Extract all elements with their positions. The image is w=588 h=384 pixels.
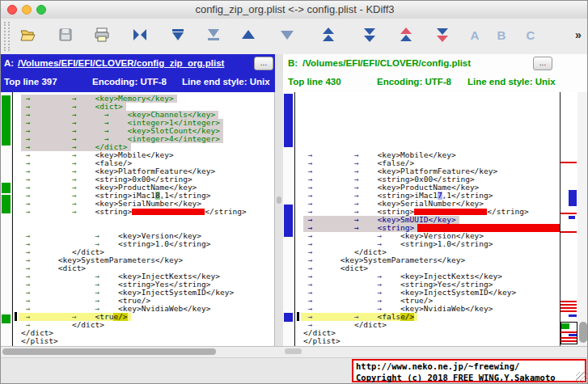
next-unsolved-conflict-button[interactable]	[433, 25, 452, 44]
overview-diff-mark	[569, 216, 575, 219]
status-bar: http://www.neko.ne.jp/~freewing/ Copyrig…	[1, 357, 588, 384]
overview-diff-mark	[561, 231, 577, 233]
prev-conflict-icon	[319, 26, 337, 44]
open-button[interactable]	[19, 25, 38, 44]
pane-a-text-area[interactable]: → → <key>Memory</key> → → <dict> → → → <…	[13, 92, 275, 348]
select-a-button[interactable]: A	[465, 25, 484, 44]
diff-summary-bar	[284, 313, 293, 322]
pane-b-path[interactable]: /Volumes/EFI/EFI/CLOVER/config.plist	[302, 58, 471, 68]
goto-first-delta-button[interactable]	[168, 25, 188, 44]
vertical-scrollbar-thumb[interactable]	[579, 322, 587, 343]
diff-summary-bar	[284, 94, 293, 147]
toolbar-handle[interactable]	[4, 22, 6, 51]
pane-b-title-row: B: /Volumes/EFI/EFI/CLOVER/config.plist …	[283, 54, 588, 74]
pane-a-hscrollbar-thumb[interactable]	[2, 348, 216, 355]
credit-url: http://www.neko.ne.jp/~freewing/	[356, 361, 519, 371]
code-line: </plist>	[295, 337, 560, 345]
diff-summary-bar	[284, 205, 293, 237]
select-b-button[interactable]: B	[492, 25, 511, 44]
select-c-label: C	[527, 28, 535, 42]
code-line	[295, 119, 560, 127]
overview-diff-mark	[561, 162, 577, 163]
goto-last-delta-button[interactable]	[204, 25, 223, 44]
next-delta-icon	[278, 26, 296, 44]
code-line	[13, 216, 274, 224]
toolbar-handle[interactable]	[8, 22, 10, 51]
goto-current-delta-button[interactable]	[130, 25, 150, 44]
redacted-value	[414, 209, 487, 215]
pane-b-hscrollbar-thumb[interactable]	[285, 348, 302, 354]
window-title: config_zip_org.plist <-> config.plist - …	[1, 3, 588, 15]
diff-summary-bar	[2, 195, 11, 213]
overview-diff-mark	[561, 340, 577, 342]
pane-b-line-end: Line end style: Unix	[467, 77, 556, 87]
current-position-marker	[15, 312, 17, 321]
credit-copyright: Copyright (c) 2018 FREE WING,Y.Sakamoto	[356, 373, 556, 382]
code-line: → → <string></string>	[13, 208, 274, 216]
next-conflict-button[interactable]	[360, 25, 379, 44]
vertical-scrollbar-track[interactable]	[577, 92, 588, 346]
splitter-grip-icon	[277, 196, 281, 204]
next-delta-button[interactable]	[277, 25, 297, 44]
pane-a-path[interactable]: /Volumes/EFI/EFI/CLOVER/config_zip_org.p…	[18, 58, 224, 68]
prev-delta-button[interactable]	[239, 25, 258, 44]
pane-b-browse-button[interactable]: ...	[533, 57, 552, 70]
overview-diff-mark	[569, 190, 577, 206]
code-line	[295, 103, 560, 111]
prev-unsolved-conflict-button[interactable]	[396, 25, 416, 44]
overview-diff-mark	[561, 213, 577, 214]
current-position-marker	[297, 312, 299, 321]
code-line	[295, 135, 560, 143]
pane-a-diff-summary-column[interactable]	[1, 92, 11, 346]
pane-b-label: B:	[288, 58, 298, 68]
save-icon	[57, 27, 74, 43]
pane-splitter[interactable]	[275, 54, 283, 346]
toolbar-overflow-label: »	[575, 28, 582, 41]
overview-diff-mark	[561, 304, 577, 306]
overview-diff-mark	[561, 301, 577, 302]
goto-last-delta-icon	[205, 26, 222, 44]
open-icon	[19, 26, 37, 44]
code-line: </plist>	[13, 337, 274, 345]
select-b-label: B	[497, 28, 506, 42]
next-unsolved-conflict-icon	[434, 26, 451, 44]
pane-b-top-line: Top line 430	[288, 77, 341, 87]
redacted-value	[132, 209, 205, 215]
pane-b-header: B: /Volumes/EFI/EFI/CLOVER/config.plist …	[283, 54, 588, 92]
resize-grip-icon[interactable]	[576, 372, 587, 383]
diff-summary-bar	[2, 183, 11, 193]
pane-a-encoding: Encoding: UTF-8	[92, 77, 167, 87]
diff-summary-bar	[2, 314, 11, 323]
credit-overlay: http://www.neko.ne.jp/~freewing/ Copyrig…	[352, 359, 586, 382]
pane-a-line-end: Line end style: Unix	[182, 77, 270, 87]
overview-diff-mark	[569, 314, 577, 317]
toolbar-overflow-button[interactable]: »	[569, 25, 588, 44]
overview-diff-mark	[561, 307, 577, 309]
diff-summary-bar	[2, 95, 11, 146]
select-a-label: A	[471, 28, 480, 42]
code-line	[295, 127, 560, 135]
pane-a-header: A: /Volumes/EFI/EFI/CLOVER/config_zip_or…	[1, 54, 277, 92]
overview-diff-mark	[561, 310, 577, 312]
goto-first-delta-icon	[169, 26, 187, 44]
select-c-button[interactable]: C	[521, 25, 540, 44]
code-line	[295, 95, 560, 103]
overview-diff-mark	[561, 331, 577, 333]
prev-unsolved-conflict-icon	[397, 26, 415, 44]
save-button[interactable]	[56, 25, 75, 44]
pane-a-title-row: A: /Volumes/EFI/EFI/CLOVER/config_zip_or…	[1, 54, 277, 74]
pane-a-label: A:	[4, 58, 14, 68]
overview-diff-mark	[561, 323, 569, 329]
print-icon	[93, 26, 111, 44]
print-button[interactable]	[92, 25, 112, 44]
title-bar: config_zip_org.plist <-> config.plist - …	[1, 1, 588, 19]
pane-b-text-area[interactable]: → → <key>Mobile</key> → → <false/> → → <…	[295, 92, 560, 348]
diff-overview-column[interactable]	[561, 92, 577, 346]
overview-diff-mark	[561, 337, 577, 339]
pane-b-encoding: Encoding: UTF-8	[377, 77, 451, 87]
goto-current-delta-icon	[131, 26, 149, 44]
pane-a-status-row: Top line 397 Encoding: UTF-8 Line end st…	[1, 74, 277, 92]
pane-a-browse-button[interactable]: ...	[254, 57, 273, 70]
pane-b-diff-summary-column[interactable]	[283, 92, 294, 346]
prev-conflict-button[interactable]	[319, 25, 338, 44]
